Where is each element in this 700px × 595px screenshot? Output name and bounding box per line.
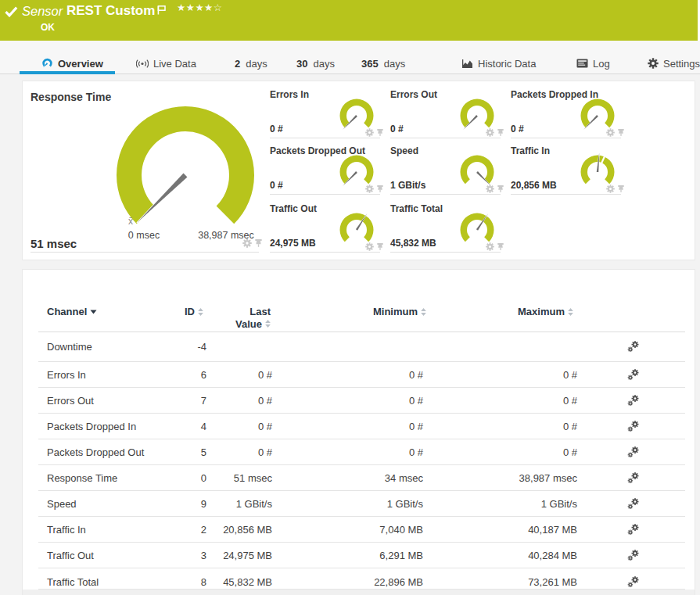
column-header-minimum[interactable]: Minimum	[373, 306, 426, 317]
active-tab-underline	[20, 71, 115, 74]
gauge-settings-gear-icon[interactable]	[365, 128, 374, 137]
channel-maximum-cell: 0 #	[472, 446, 577, 458]
sort-icon	[568, 308, 573, 316]
gauge-pin-icon[interactable]	[376, 185, 384, 193]
tab-365-days[interactable]: 365 days	[361, 52, 405, 74]
gauge-pin-icon[interactable]	[617, 129, 625, 137]
gauge-settings-gear-icon[interactable]	[486, 128, 494, 137]
column-header-maximum-label: Maximum	[518, 306, 565, 317]
gauge-cell-errors-out: Errors Out 0 #	[390, 89, 501, 138]
table-row[interactable]: Errors Out 7 0 # 0 # 0 #	[38, 388, 685, 414]
gauge-icon-row	[486, 128, 504, 137]
gauge-icon-row	[242, 238, 263, 248]
gauge-settings-gear-icon[interactable]	[606, 128, 615, 137]
sort-icon	[265, 320, 271, 328]
errors-out-gauge	[457, 97, 497, 131]
gauge-pin-icon[interactable]	[376, 129, 384, 137]
gauge-pin-icon[interactable]	[617, 185, 625, 193]
tab-2-days[interactable]: 2 days	[235, 52, 267, 74]
gauge-settings-gear-icon[interactable]	[242, 238, 252, 248]
tab-historic-data-label: Historic Data	[478, 58, 536, 70]
gauge-settings-gear-icon[interactable]	[486, 242, 494, 251]
gauge-pin-icon[interactable]	[497, 185, 504, 193]
gauge-pin-icon[interactable]	[254, 239, 263, 248]
channel-minimum-cell: 7,040 MB	[318, 524, 423, 536]
column-header-channel[interactable]: Channel	[47, 306, 97, 317]
table-row[interactable]: Speed 9 1 GBit/s 1 GBit/s 1 GBit/s	[38, 491, 685, 517]
gauge-value: 0 #	[270, 124, 283, 134]
tab-settings[interactable]: Settings	[648, 52, 700, 74]
gauge-value: 20,856 MB	[511, 180, 557, 191]
channels-table: Channel ID Last Value Minimum Maximum Do…	[23, 270, 695, 595]
table-row[interactable]: Traffic Out 3 24,975 MB 6,291 MB 40,284 …	[38, 543, 685, 568]
column-header-value-label: Value	[235, 318, 262, 331]
gauge-title: Errors Out	[390, 89, 437, 100]
table-row[interactable]: Errors In 6 0 # 0 # 0 #	[38, 362, 685, 388]
table-row[interactable]: Downtime -4	[38, 332, 685, 362]
table-row[interactable]: Packets Dropped In 4 0 # 0 # 0 #	[38, 414, 685, 439]
flag-icon[interactable]	[157, 5, 167, 15]
gauge-pin-icon[interactable]	[497, 129, 504, 137]
table-row[interactable]: Traffic In 2 20,856 MB 7,040 MB 40,187 M…	[38, 517, 685, 543]
gauges-panel: Response Time x̄ 0 msec 38,987 msec 51 m…	[23, 81, 695, 260]
column-header-maximum[interactable]: Maximum	[518, 306, 573, 317]
gauge-settings-gear-icon[interactable]	[365, 242, 374, 251]
gauge-cell-errors-in: Errors In 0 #	[270, 89, 380, 138]
cell-divider	[511, 194, 621, 195]
channel-settings-cogs-icon[interactable]	[627, 471, 640, 484]
tab-30-days[interactable]: 30 days	[296, 52, 335, 74]
channel-name-cell: Errors Out	[47, 395, 94, 407]
speed-gauge	[457, 153, 497, 188]
gauge-value: 51 msec	[31, 237, 77, 250]
column-header-id[interactable]: ID	[185, 306, 203, 317]
gauge-cell-traffic-in: Traffic In 20,856 MB	[511, 145, 621, 194]
tab-log[interactable]: Log	[576, 52, 610, 74]
channel-minimum-cell: 0 #	[318, 395, 423, 407]
channel-minimum-cell: 6,291 MB	[318, 550, 423, 561]
area-chart-icon	[461, 59, 473, 69]
channel-last-value-cell: 0 #	[182, 395, 272, 407]
column-header-minimum-label: Minimum	[373, 306, 418, 317]
gauge-settings-gear-icon[interactable]	[365, 185, 374, 193]
gauge-pin-icon[interactable]	[497, 243, 504, 251]
gauge-mean-marker: x̄	[128, 216, 133, 227]
tab-live-data[interactable]: Live Data	[136, 52, 196, 74]
gauge-pin-icon[interactable]	[376, 243, 384, 251]
tab-log-label: Log	[593, 58, 610, 70]
channel-settings-cogs-icon[interactable]	[627, 420, 640, 432]
channel-name-cell: Errors In	[47, 369, 86, 381]
table-row[interactable]: Packets Dropped Out 5 0 # 0 # 0 #	[38, 439, 685, 465]
table-row[interactable]: Response Time 0 51 msec 34 msec 38,987 m…	[38, 465, 685, 491]
channel-settings-cogs-icon[interactable]	[627, 340, 640, 353]
cell-divider	[270, 138, 380, 138]
channel-settings-cogs-icon[interactable]	[627, 446, 640, 458]
channel-settings-cogs-icon[interactable]	[627, 549, 640, 561]
sort-desc-icon	[90, 310, 97, 314]
priority-stars[interactable]: ★★★★☆	[177, 2, 223, 14]
live-data-icon	[136, 59, 149, 69]
gauge-settings-gear-icon[interactable]	[486, 185, 494, 193]
channel-settings-cogs-icon[interactable]	[627, 523, 640, 536]
sensor-status-header: SensorREST Custom ★★★★☆ OK	[0, 0, 700, 41]
channel-settings-cogs-icon[interactable]	[627, 575, 640, 588]
tab-2-days-number: 2	[235, 58, 240, 70]
status-ok-check-icon	[5, 6, 18, 17]
gauge-title: Speed	[390, 145, 418, 156]
gauge-cell-speed: Speed 1 GBit/s	[390, 145, 501, 194]
gauge-settings-gear-icon[interactable]	[606, 185, 615, 193]
channel-settings-cogs-icon[interactable]	[627, 394, 640, 407]
channel-name-cell: Response Time	[47, 472, 117, 484]
channel-settings-cogs-icon[interactable]	[627, 497, 640, 510]
channel-settings-cogs-icon[interactable]	[627, 368, 640, 381]
tab-historic-data[interactable]: Historic Data	[461, 52, 536, 74]
gauge-value: 45,832 MB	[390, 238, 436, 249]
channel-name-cell: Traffic In	[47, 524, 86, 536]
gauge-title: Traffic Total	[390, 203, 443, 214]
gauge-value: 0 #	[390, 124, 404, 134]
gauge-icon-row	[365, 128, 384, 137]
channel-last-value-cell: 0 #	[182, 446, 272, 458]
settings-gear-icon	[648, 58, 659, 69]
channel-name-cell: Downtime	[47, 341, 92, 353]
column-header-last-value[interactable]: Last Value	[235, 306, 271, 330]
gauge-cell-traffic-total: Traffic Total 45,832 MB	[390, 203, 501, 252]
